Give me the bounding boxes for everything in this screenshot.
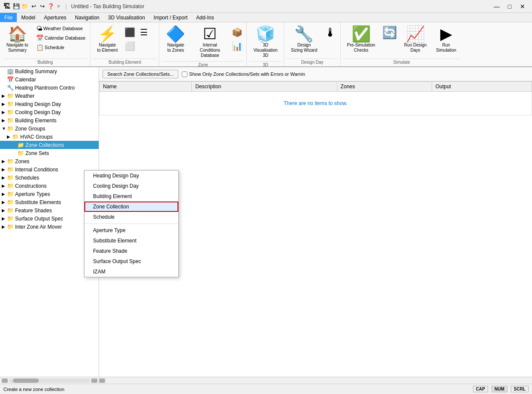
menu-navigation[interactable]: Navigation [71, 13, 104, 22]
nav-building-elements[interactable]: ▶ 📁 Building Elements [0, 116, 99, 124]
open-icon[interactable]: 📁 [22, 3, 28, 10]
navigate-element-label: Navigateto Element [97, 43, 118, 53]
zone-section-label: Zone [162, 61, 244, 67]
design-day-section-label: Design Day [287, 59, 337, 65]
menu-addins[interactable]: Add-Ins [192, 13, 218, 22]
design-sizing-btn[interactable]: 🔧 DesignSizing Wizard [287, 24, 321, 55]
nav-weather[interactable]: ▶ 📁 Weather [0, 92, 99, 100]
nav-zones[interactable]: ▶ 📁 Zones [0, 157, 99, 165]
schedule-icon: 📋 [36, 44, 44, 51]
run-design-days-btn[interactable]: 📈 Run DesignDays [400, 24, 430, 55]
search-button[interactable]: Search Zone Collections/Sets... [103, 70, 178, 78]
navigate-summary-btn[interactable]: 🏠 Navigate toSummary [3, 24, 32, 55]
save-icon[interactable]: 💾 [13, 3, 20, 10]
ribbon-section-3d: 🧊 3DVisualisation3D 3D [247, 22, 284, 66]
3d-vis-label: 3DVisualisation3D [253, 43, 277, 58]
content-toolbar: Search Zone Collections/Sets... Show Onl… [99, 67, 532, 81]
3d-section-label: 3D [249, 61, 281, 67]
nav-heating-plantroom[interactable]: 🔧 Heating Plantroom Contro [0, 84, 99, 92]
no-items-message: There are no items to show. [100, 92, 532, 115]
undo-icon[interactable]: ↩ [30, 3, 37, 10]
run-simulation-label: RunSimulation [436, 43, 456, 53]
weather-database-label: Weather Database [44, 26, 83, 31]
building-section-label: Building [3, 59, 87, 65]
nav-calendar[interactable]: 📅 Calendar [0, 75, 99, 84]
schedule-btn[interactable]: 📋 Schedule [34, 43, 88, 52]
menu-apertures[interactable]: Apertures [40, 13, 71, 22]
thermometer-icon: 🌡 [324, 25, 336, 40]
navigate-summary-icon: 🏠 [8, 26, 27, 42]
title-bar: 🏗 💾 📁 ↩ ↪ ❓ ▼ | Untitled - Tas Building … [0, 0, 532, 13]
refresh-btn[interactable]: 🔄 [381, 24, 398, 41]
ctx-heating-design-day[interactable]: Heating Design Day [84, 171, 178, 181]
run-simulation-btn[interactable]: ▶ RunSimulation [432, 24, 460, 55]
bottom-scrollbar[interactable] [0, 377, 532, 384]
ribbon-section-zone: 🔷 Navigateto Zones ☑ Internal Conditions… [159, 22, 247, 66]
z-icon1: 📦 [232, 27, 243, 37]
building-element-btn3[interactable]: ⬜ [123, 40, 137, 53]
ctx-zone-collection[interactable]: Zone Collection [84, 202, 178, 212]
building-element-btn2[interactable]: ☰ [137, 26, 150, 39]
3d-vis-btn[interactable]: 🧊 3DVisualisation3D [249, 24, 281, 60]
ctx-cooling-design-day[interactable]: Cooling Design Day [84, 181, 178, 191]
ctx-substitute-element[interactable]: Substitute Element [84, 236, 178, 246]
nav-zone-sets[interactable]: 📁 Zone Sets [0, 149, 99, 157]
nav-zone-groups[interactable]: ▼ 📁 Zone Groups [0, 124, 99, 133]
thermometer-btn[interactable]: 🌡 [323, 24, 338, 41]
pre-simulation-btn[interactable]: ✅ Pre-SimulationChecks [343, 24, 380, 55]
navigate-zones-icon: 🔷 [166, 26, 185, 42]
close-btn[interactable]: ✕ [516, 2, 529, 11]
calendar-database-btn[interactable]: 📅 Calendar Database [34, 34, 88, 42]
maximize-btn[interactable]: □ [504, 2, 516, 11]
menu-file[interactable]: File [0, 13, 17, 22]
nav-zone-collections[interactable]: 📁 Zone Collections [0, 141, 99, 149]
col-output: Output [432, 82, 532, 92]
menu-import-export[interactable]: Import / Export [149, 13, 192, 22]
help-icon[interactable]: ❓ [47, 3, 54, 10]
calendar-database-label: Calendar Database [45, 35, 86, 40]
ribbon: 🏠 Navigate toSummary 🌤 Weather Database … [0, 22, 532, 67]
zone-btn1[interactable]: 📦 [230, 26, 244, 39]
minimize-btn[interactable]: — [491, 2, 503, 11]
data-table: Name Description Zones Output There are … [99, 81, 532, 115]
main-area: 🏢 Building Summary 📅 Calendar 🔧 Heating … [0, 67, 532, 377]
cap-indicator: CAP [473, 386, 488, 392]
building-element-btn1[interactable]: ⬛ [123, 26, 137, 39]
status-bar: Create a new zone collection CAP NUM SCR… [0, 384, 532, 394]
status-message: Create a new zone collection [3, 387, 64, 392]
redo-icon[interactable]: ↪ [39, 3, 46, 10]
nav-building-summary[interactable]: 🏢 Building Summary [0, 67, 99, 75]
filter-checkbox[interactable] [182, 71, 187, 77]
num-indicator: NUM [492, 386, 507, 392]
context-menu: Heating Design Day Cooling Design Day Bu… [84, 170, 179, 277]
run-simulation-icon: ▶ [440, 26, 452, 42]
nav-cooling-design-day[interactable]: ▶ 📁 Cooling Design Day [0, 108, 99, 116]
weather-database-btn[interactable]: 🌤 Weather Database [34, 24, 88, 33]
col-name: Name [100, 82, 192, 92]
nav-hvac-groups[interactable]: ▶ 📁 HVAC Groups [0, 133, 99, 141]
ctx-schedule[interactable]: Schedule [84, 212, 178, 222]
ribbon-section-building-element: ⚡ Navigateto Element ⬛ ☰ ⬜ [90, 22, 159, 66]
ctx-feature-shade[interactable]: Feature Shade [84, 246, 178, 256]
menu-3d[interactable]: 3D Visualisation [104, 13, 149, 22]
col-zones: Zones [337, 82, 432, 92]
z-icon2: 📊 [232, 41, 243, 51]
ctx-aperture-type[interactable]: Aperture Type [84, 225, 178, 236]
internal-conditions-btn[interactable]: ☑ Internal ConditionsDatabase [191, 24, 229, 60]
zone-btn2[interactable]: 📊 [230, 40, 244, 53]
calendar-database-icon: 📅 [36, 34, 44, 41]
pre-simulation-label: Pre-SimulationChecks [347, 43, 376, 53]
design-sizing-icon: 🔧 [294, 26, 314, 42]
navigate-zones-btn[interactable]: 🔷 Navigateto Zones [162, 24, 189, 55]
b-icon2: ☰ [140, 27, 148, 37]
ctx-surface-output-spec[interactable]: Surface Output Spec [84, 256, 178, 267]
menu-model[interactable]: Model [17, 13, 40, 22]
navigate-element-btn[interactable]: ⚡ Navigateto Element [93, 24, 121, 55]
ribbon-section-design-day: 🔧 DesignSizing Wizard 🌡 Design Day [284, 22, 340, 66]
nav-heating-design-day[interactable]: ▶ 📁 Heating Design Day [0, 100, 99, 108]
ctx-building-element[interactable]: Building Element [84, 191, 178, 202]
status-indicators: CAP NUM SCRL [473, 386, 529, 392]
weather-database-icon: 🌤 [36, 25, 42, 32]
filter-label: Show Only Zone Collections/Sets with Err… [189, 71, 305, 77]
ctx-izam[interactable]: IZAM [84, 267, 178, 277]
